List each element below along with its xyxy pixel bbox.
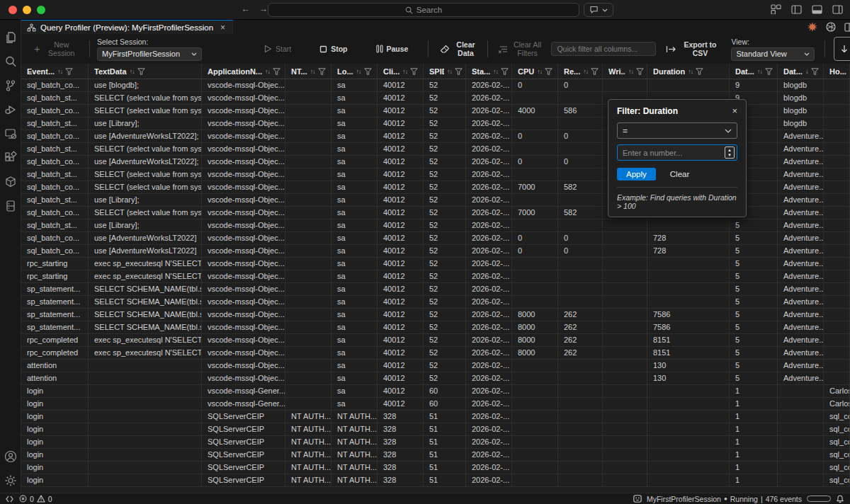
cell-application[interactable]: vscode-mssql-Objec... [202, 92, 285, 104]
filter-icon[interactable] [318, 68, 326, 75]
cell-reads[interactable]: 0 [558, 130, 603, 142]
cell-login[interactable]: sa [332, 194, 378, 206]
table-row[interactable]: sql_batch_co...use [blogdb];vscode-mssql… [21, 79, 850, 92]
cell-databaseid[interactable]: 1 [730, 411, 778, 423]
cell-cpu[interactable]: 8000 [512, 321, 558, 333]
cell-writes[interactable] [603, 436, 647, 448]
clear-all-filters-button[interactable]: Clear All Filters [498, 40, 543, 57]
cell-starttime[interactable]: 2026-02-... [466, 168, 512, 181]
cell-ntuser[interactable]: NT AUTH... [285, 436, 332, 448]
cell-reads[interactable] [558, 411, 603, 423]
cell-duration[interactable] [647, 385, 730, 397]
cell-textdata[interactable] [89, 385, 202, 397]
cell-clientpid[interactable]: 40012 [378, 385, 424, 397]
cell-host[interactable] [824, 156, 850, 168]
cell-databasename[interactable]: Adventure... [778, 194, 824, 206]
cell-databaseid[interactable]: 9 [730, 79, 778, 91]
cell-databasename[interactable] [778, 474, 824, 486]
forward-arrow-icon[interactable]: → [259, 4, 268, 14]
toggle-primary-sidebar-icon[interactable] [791, 5, 802, 14]
cell-reads[interactable]: 262 [558, 321, 603, 333]
cell-ntuser[interactable] [285, 207, 332, 219]
cell-databasename[interactable] [778, 423, 824, 435]
cell-spid[interactable]: 52 [424, 283, 466, 295]
cell-host[interactable] [824, 270, 850, 282]
cell-textdata[interactable]: SELECT (select value from sys.d... [89, 207, 202, 219]
cell-reads[interactable] [558, 398, 603, 410]
cell-host[interactable] [824, 118, 850, 130]
cell-spid[interactable]: 52 [424, 79, 466, 91]
cell-writes[interactable] [603, 347, 647, 359]
cell-databasename[interactable] [778, 398, 824, 410]
cell-event[interactable]: login [21, 423, 89, 435]
cell-ntuser[interactable] [285, 385, 332, 397]
cell-cpu[interactable]: 0 [512, 232, 558, 244]
cell-databasename[interactable]: Adventure... [778, 130, 824, 142]
cell-host[interactable] [824, 207, 850, 219]
cell-databasename[interactable]: Adventure... [778, 283, 824, 295]
cell-databaseid[interactable]: 1 [730, 385, 778, 397]
cell-textdata[interactable]: SELECT SCHEMA_NAME(tbl.sch... [89, 296, 202, 308]
table-row[interactable]: loginvscode-mssql-Gener...sa40012602026-… [21, 385, 850, 398]
cell-spid[interactable]: 52 [424, 92, 466, 104]
cell-textdata[interactable]: exec sp_executesql N'SELECT S... [89, 334, 202, 346]
cell-starttime[interactable]: 2026-02-... [466, 296, 512, 308]
cell-textdata[interactable]: use [blogdb]; [89, 79, 202, 91]
cell-event[interactable]: login [21, 385, 89, 397]
cell-cpu[interactable] [512, 92, 558, 104]
filter-icon[interactable] [696, 68, 703, 75]
cell-writes[interactable] [603, 79, 647, 91]
cell-reads[interactable] [558, 219, 603, 231]
column-header-application[interactable]: ApplicationN...↑↓ [202, 64, 285, 79]
cell-host[interactable] [824, 360, 850, 372]
table-row[interactable]: attentionvscode-mssql-Objec...sa40012522… [21, 360, 850, 372]
cell-cpu[interactable]: 7000 [512, 181, 558, 193]
split-editor-icon[interactable] [844, 23, 850, 32]
close-icon[interactable]: × [732, 105, 737, 116]
cell-cpu[interactable] [512, 194, 558, 206]
cell-duration[interactable]: 8151 [647, 347, 730, 359]
cell-textdata[interactable] [89, 372, 202, 384]
cell-host[interactable] [824, 143, 850, 155]
remote-explorer-icon[interactable] [0, 122, 21, 146]
cell-login[interactable]: NT AUTH... [332, 474, 378, 486]
cell-textdata[interactable]: SELECT (select value from sys.d... [89, 105, 202, 117]
cell-ntuser[interactable] [285, 181, 332, 193]
cell-spid[interactable]: 52 [424, 219, 466, 231]
cell-textdata[interactable] [89, 462, 202, 474]
cell-starttime[interactable]: 2026-02-... [466, 334, 512, 346]
cell-host[interactable] [824, 79, 850, 91]
cell-duration[interactable] [647, 398, 730, 410]
filter-icon[interactable] [455, 68, 463, 75]
cell-spid[interactable]: 52 [424, 334, 466, 346]
zoom-window-button[interactable] [37, 6, 45, 14]
cell-databasename[interactable]: Adventure... [778, 156, 824, 168]
table-row[interactable]: sp_statement...SELECT SCHEMA_NAME(tbl.sc… [21, 296, 850, 309]
customize-layout-icon[interactable] [771, 4, 781, 14]
cell-host[interactable]: sql_co... [824, 423, 850, 435]
sort-arrows-icon[interactable]: ↑↓ [130, 68, 135, 75]
cell-writes[interactable] [603, 258, 647, 270]
cell-event[interactable]: sql_batch_co... [21, 79, 89, 91]
cell-login[interactable]: sa [332, 258, 378, 270]
cell-application[interactable]: vscode-mssql-Objec... [202, 232, 285, 244]
cell-databasename[interactable]: Adventure... [778, 232, 824, 244]
minimize-window-button[interactable] [23, 6, 31, 14]
cell-starttime[interactable]: 2026-02-... [466, 105, 512, 117]
cell-event[interactable]: sql_batch_co... [21, 232, 89, 244]
cell-ntuser[interactable] [285, 258, 332, 270]
cell-clientpid[interactable]: 328 [378, 474, 424, 486]
extensions-icon[interactable] [0, 146, 21, 170]
cell-host[interactable] [824, 130, 850, 142]
cell-starttime[interactable]: 2026-02-... [466, 385, 512, 397]
cell-clientpid[interactable]: 40012 [378, 372, 424, 384]
cell-databasename[interactable]: Adventure... [778, 219, 824, 231]
column-header-starttime[interactable]: Sta...↑↓ [466, 64, 512, 79]
explorer-icon[interactable] [0, 25, 21, 50]
cell-login[interactable]: sa [332, 309, 378, 321]
cell-event[interactable]: sql_batch_st... [21, 118, 89, 130]
cell-cpu[interactable] [512, 474, 558, 486]
cell-starttime[interactable]: 2026-02-... [466, 207, 512, 219]
table-row[interactable]: rpc_completedexec sp_executesql N'SELECT… [21, 334, 850, 347]
back-arrow-icon[interactable]: ← [241, 4, 250, 14]
